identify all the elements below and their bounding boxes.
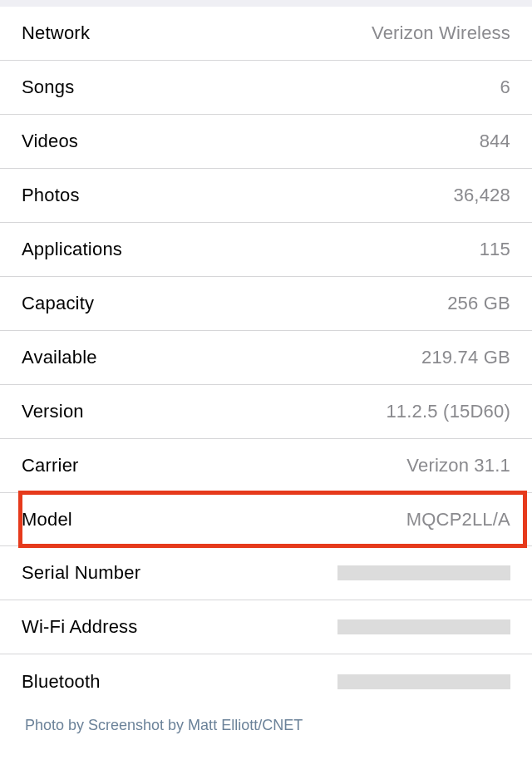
row-model[interactable]: Model MQCP2LL/A bbox=[0, 493, 532, 546]
row-label: Capacity bbox=[22, 293, 94, 314]
row-label: Songs bbox=[22, 76, 74, 98]
top-spacer bbox=[0, 0, 532, 7]
row-label: Carrier bbox=[22, 455, 79, 476]
row-value: 11.2.5 (15D60) bbox=[386, 401, 510, 422]
row-value: MQCP2LL/A bbox=[406, 509, 510, 531]
redacted-value bbox=[337, 565, 510, 580]
row-songs[interactable]: Songs 6 bbox=[0, 61, 532, 115]
row-bluetooth[interactable]: Bluetooth bbox=[0, 654, 532, 708]
redacted-value bbox=[337, 674, 510, 689]
row-label: Serial Number bbox=[22, 562, 140, 584]
row-label: Photos bbox=[22, 185, 80, 206]
row-label: Bluetooth bbox=[22, 671, 101, 693]
row-value: 6 bbox=[500, 76, 510, 98]
row-version[interactable]: Version 11.2.5 (15D60) bbox=[0, 385, 532, 439]
row-value: 256 GB bbox=[447, 293, 510, 314]
redacted-value bbox=[337, 619, 510, 634]
row-value: Verizon 31.1 bbox=[406, 455, 510, 476]
row-carrier[interactable]: Carrier Verizon 31.1 bbox=[0, 439, 532, 493]
row-photos[interactable]: Photos 36,428 bbox=[0, 169, 532, 223]
row-videos[interactable]: Videos 844 bbox=[0, 115, 532, 169]
row-wifi-address[interactable]: Wi-Fi Address bbox=[0, 600, 532, 654]
row-value: 115 bbox=[480, 239, 510, 260]
row-label: Available bbox=[22, 347, 97, 368]
row-value: 844 bbox=[480, 131, 510, 152]
row-label: Network bbox=[22, 22, 90, 44]
row-label: Model bbox=[22, 509, 72, 531]
row-available[interactable]: Available 219.74 GB bbox=[0, 331, 532, 385]
row-label: Videos bbox=[22, 131, 78, 152]
row-value: 36,428 bbox=[454, 185, 511, 206]
row-capacity[interactable]: Capacity 256 GB bbox=[0, 277, 532, 331]
about-settings-list: Network Verizon Wireless Songs 6 Videos … bbox=[0, 7, 532, 708]
row-value: 219.74 GB bbox=[421, 347, 510, 368]
photo-credit: Photo by Screenshot by Matt Elliott/CNET bbox=[0, 708, 532, 751]
row-network[interactable]: Network Verizon Wireless bbox=[0, 7, 532, 61]
row-value: Verizon Wireless bbox=[372, 22, 510, 44]
row-applications[interactable]: Applications 115 bbox=[0, 223, 532, 277]
row-label: Version bbox=[22, 401, 84, 422]
row-label: Applications bbox=[22, 239, 122, 260]
row-serial-number[interactable]: Serial Number bbox=[0, 546, 532, 600]
row-label: Wi-Fi Address bbox=[22, 616, 138, 638]
